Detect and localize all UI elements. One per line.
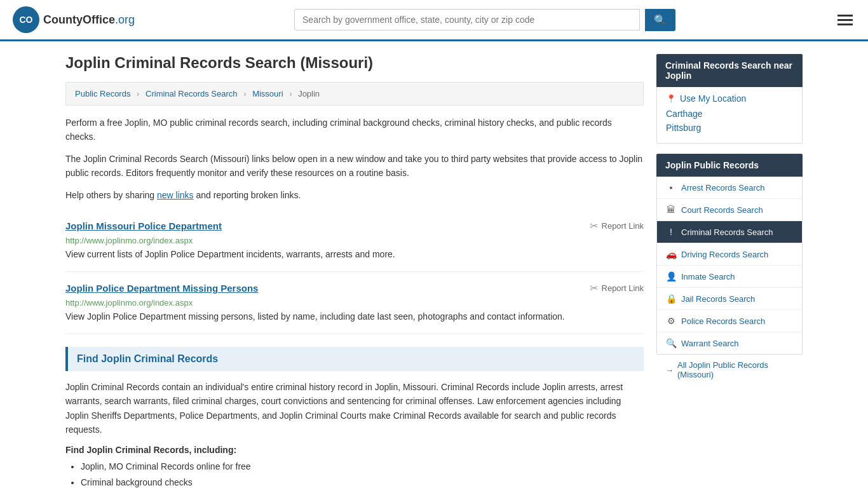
find-description: Joplin Criminal Records contain an indiv…	[65, 380, 644, 437]
sidebar-record-item[interactable]: 👤Inmate Search	[657, 266, 802, 288]
record-item-label: Warrant Search	[681, 339, 739, 348]
sidebar-record-item[interactable]: 🔒Jail Records Search	[657, 288, 802, 310]
resource-desc-2: View Joplin Police Department missing pe…	[65, 310, 644, 323]
resources-list: Joplin Missouri Police Department ✂ Repo…	[65, 210, 644, 334]
record-type-icon: ⚙	[666, 316, 676, 326]
sidebar-record-item[interactable]: 🚗Driving Records Search	[657, 243, 802, 266]
search-input[interactable]	[294, 9, 640, 30]
main-layout: Joplin Criminal Records Search (Missouri…	[53, 41, 815, 488]
sidebar-record-item[interactable]: !Criminal Records Search	[657, 221, 802, 243]
sidebar: Criminal Records Search near Joplin Use …	[656, 54, 803, 488]
use-my-location-link[interactable]: Use My Location	[666, 93, 793, 104]
record-type-icon: 🚗	[666, 249, 676, 259]
find-section-title: Find Joplin Criminal Records	[65, 347, 644, 371]
resource-url-2[interactable]: http://www.joplinmo.org/index.aspx	[65, 298, 644, 308]
find-subheading: Find Joplin Criminal Records, including:	[65, 445, 644, 455]
description-1: Perform a free Joplin, MO public crimina…	[65, 116, 644, 144]
find-list: Joplin, MO Criminal Records online for f…	[81, 460, 644, 488]
breadcrumb-public-records[interactable]: Public Records	[75, 89, 130, 98]
record-item-label: Driving Records Search	[681, 250, 768, 259]
record-item-label: Jail Records Search	[681, 294, 755, 304]
description-3: Help others by sharing new links and rep…	[65, 188, 644, 202]
record-item-label: Court Records Search	[681, 205, 763, 215]
nearby-title: Criminal Records Search near Joplin	[656, 54, 803, 87]
page-title: Joplin Criminal Records Search (Missouri…	[65, 54, 644, 72]
resource-url-1[interactable]: http://www.joplinmo.org/index.aspx	[65, 236, 644, 245]
sidebar-record-item[interactable]: 🏛Court Records Search	[657, 199, 802, 221]
resource-header: Joplin Missouri Police Department ✂ Repo…	[65, 220, 644, 232]
sidebar-city-pittsburg[interactable]: Pittsburg	[666, 123, 793, 133]
logo-text: CountyOffice.org	[43, 13, 135, 27]
all-records-link[interactable]: → All Joplin Public Records (Missouri)	[656, 355, 803, 385]
report-link-2[interactable]: ✂ Report Link	[590, 282, 644, 294]
list-item: Criminal background checks	[81, 476, 644, 488]
resource-item: Joplin Missouri Police Department ✂ Repo…	[65, 210, 644, 272]
public-records-title: Joplin Public Records	[656, 154, 803, 177]
report-label-1: Report Link	[602, 221, 644, 231]
sidebar-record-item[interactable]: ⚙Police Records Search	[657, 310, 802, 332]
help-text: Help others by sharing	[65, 190, 154, 200]
hamburger-menu-button[interactable]	[835, 12, 855, 28]
report-icon-2: ✂	[590, 282, 598, 294]
help-text-end: and reporting broken links.	[196, 190, 301, 200]
logo-icon: CO	[13, 6, 39, 33]
logo-svg: CO	[17, 11, 35, 29]
main-content: Joplin Criminal Records Search (Missouri…	[65, 54, 644, 488]
resource-title-1[interactable]: Joplin Missouri Police Department	[65, 220, 222, 231]
record-type-icon: 🔍	[666, 338, 676, 348]
new-links-link[interactable]: new links	[157, 190, 194, 200]
record-type-icon: 🏛	[666, 205, 676, 215]
svg-text:CO: CO	[20, 15, 33, 25]
record-type-icon: 🔒	[666, 294, 676, 304]
public-records-body: ▪Arrest Records Search🏛Court Records Sea…	[656, 177, 803, 355]
record-type-icon: 👤	[666, 271, 676, 281]
record-type-icon: ▪	[666, 182, 676, 193]
report-link-1[interactable]: ✂ Report Link	[590, 220, 644, 232]
report-label-2: Report Link	[602, 283, 644, 293]
sidebar-city-carthage[interactable]: Carthage	[666, 109, 793, 119]
record-item-label: Criminal Records Search	[681, 227, 773, 237]
pin-icon	[666, 93, 676, 104]
breadcrumb-missouri[interactable]: Missouri	[252, 89, 283, 98]
resource-title-2[interactable]: Joplin Police Department Missing Persons	[65, 283, 258, 294]
sidebar-record-item[interactable]: 🔍Warrant Search	[657, 332, 802, 354]
search-button[interactable]: 🔍	[645, 9, 675, 31]
search-area: 🔍	[294, 9, 675, 31]
arrow-icon: →	[665, 365, 674, 375]
menu-line-2	[837, 19, 853, 21]
description-2: The Joplin Criminal Records Search (Miss…	[65, 152, 644, 180]
all-records-label: All Joplin Public Records (Missouri)	[677, 360, 794, 379]
sidebar-record-item[interactable]: ▪Arrest Records Search	[657, 177, 802, 199]
resource-header-2: Joplin Police Department Missing Persons…	[65, 282, 644, 294]
menu-line-3	[837, 24, 853, 25]
search-icon: 🔍	[654, 15, 667, 25]
report-icon-1: ✂	[590, 220, 598, 232]
breadcrumb: Public Records › Criminal Records Search…	[65, 82, 644, 105]
menu-line-1	[837, 15, 853, 17]
list-item: Joplin, MO Criminal Records online for f…	[81, 460, 644, 473]
resource-desc-1: View current lists of Joplin Police Depa…	[65, 248, 644, 261]
use-location-label: Use My Location	[680, 93, 746, 104]
record-type-icon: !	[666, 227, 676, 237]
nearby-body: Use My Location Carthage Pittsburg	[656, 87, 803, 144]
breadcrumb-joplin: Joplin	[298, 89, 320, 98]
logo-area: CO CountyOffice.org	[13, 6, 135, 33]
record-item-label: Inmate Search	[681, 272, 735, 281]
record-item-label: Police Records Search	[681, 316, 765, 326]
resource-item: Joplin Police Department Missing Persons…	[65, 272, 644, 334]
record-item-label: Arrest Records Search	[681, 183, 765, 193]
breadcrumb-criminal-records[interactable]: Criminal Records Search	[146, 89, 238, 98]
site-header: CO CountyOffice.org 🔍	[0, 0, 868, 41]
